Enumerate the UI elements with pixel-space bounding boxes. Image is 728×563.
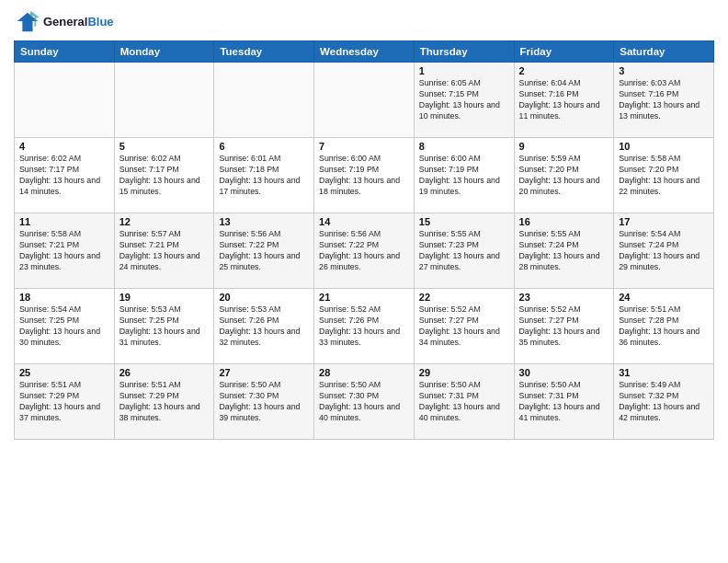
cell-info: Sunrise: 6:02 AM Sunset: 7:17 PM Dayligh… — [119, 154, 210, 198]
day-number: 7 — [319, 141, 409, 152]
day-number: 6 — [219, 141, 309, 152]
calendar-cell — [214, 63, 314, 138]
day-number: 11 — [19, 216, 109, 227]
cell-info: Sunrise: 5:52 AM Sunset: 7:27 PM Dayligh… — [519, 304, 609, 349]
week-row-2: 4Sunrise: 6:02 AM Sunset: 7:17 PM Daylig… — [15, 138, 714, 213]
logo-icon — [14, 9, 40, 35]
day-number: 1 — [419, 65, 509, 76]
calendar-cell: 11Sunrise: 5:58 AM Sunset: 7:21 PM Dayli… — [15, 213, 115, 289]
calendar-cell: 21Sunrise: 5:52 AM Sunset: 7:26 PM Dayli… — [314, 289, 415, 364]
day-number: 14 — [319, 216, 409, 227]
calendar-cell: 8Sunrise: 6:00 AM Sunset: 7:19 PM Daylig… — [414, 138, 514, 213]
day-number: 27 — [219, 367, 309, 378]
week-row-4: 18Sunrise: 5:54 AM Sunset: 7:25 PM Dayli… — [15, 289, 714, 364]
logo-text: GeneralBlue — [43, 15, 114, 29]
calendar-cell: 25Sunrise: 5:51 AM Sunset: 7:29 PM Dayli… — [15, 364, 115, 440]
day-number: 19 — [119, 292, 210, 303]
calendar-cell: 24Sunrise: 5:51 AM Sunset: 7:28 PM Dayli… — [614, 289, 714, 364]
calendar-cell: 4Sunrise: 6:02 AM Sunset: 7:17 PM Daylig… — [15, 138, 115, 213]
day-number: 2 — [519, 65, 609, 76]
day-number: 12 — [119, 216, 210, 227]
calendar-cell: 7Sunrise: 6:00 AM Sunset: 7:19 PM Daylig… — [314, 138, 415, 213]
calendar-cell: 13Sunrise: 5:56 AM Sunset: 7:22 PM Dayli… — [214, 213, 314, 289]
day-number: 8 — [419, 141, 509, 152]
day-number: 20 — [219, 292, 309, 303]
day-number: 4 — [19, 141, 109, 152]
day-number: 13 — [219, 216, 309, 227]
cell-info: Sunrise: 5:51 AM Sunset: 7:29 PM Dayligh… — [19, 380, 109, 424]
day-number: 29 — [419, 367, 509, 378]
calendar-cell: 28Sunrise: 5:50 AM Sunset: 7:30 PM Dayli… — [314, 364, 415, 440]
day-number: 3 — [619, 65, 709, 76]
calendar-cell: 6Sunrise: 6:01 AM Sunset: 7:18 PM Daylig… — [214, 138, 314, 213]
calendar-cell: 29Sunrise: 5:50 AM Sunset: 7:31 PM Dayli… — [414, 364, 514, 440]
calendar-cell: 27Sunrise: 5:50 AM Sunset: 7:30 PM Dayli… — [214, 364, 314, 440]
calendar-cell — [314, 63, 415, 138]
calendar-cell: 23Sunrise: 5:52 AM Sunset: 7:27 PM Dayli… — [514, 289, 614, 364]
cell-info: Sunrise: 5:56 AM Sunset: 7:22 PM Dayligh… — [219, 229, 309, 273]
weekday-header-row: SundayMondayTuesdayWednesdayThursdayFrid… — [15, 41, 714, 63]
weekday-thursday: Thursday — [414, 41, 514, 63]
calendar-cell: 10Sunrise: 5:58 AM Sunset: 7:20 PM Dayli… — [614, 138, 714, 213]
cell-info: Sunrise: 5:52 AM Sunset: 7:27 PM Dayligh… — [419, 304, 509, 349]
cell-info: Sunrise: 5:57 AM Sunset: 7:21 PM Dayligh… — [119, 229, 210, 273]
day-number: 26 — [119, 367, 210, 378]
weekday-saturday: Saturday — [614, 41, 714, 63]
day-number: 10 — [619, 141, 709, 152]
cell-info: Sunrise: 5:59 AM Sunset: 7:20 PM Dayligh… — [519, 154, 609, 198]
cell-info: Sunrise: 5:51 AM Sunset: 7:28 PM Dayligh… — [619, 304, 709, 349]
cell-info: Sunrise: 5:58 AM Sunset: 7:20 PM Dayligh… — [619, 154, 709, 198]
week-row-5: 25Sunrise: 5:51 AM Sunset: 7:29 PM Dayli… — [15, 364, 714, 440]
calendar-cell: 20Sunrise: 5:53 AM Sunset: 7:26 PM Dayli… — [214, 289, 314, 364]
day-number: 24 — [619, 292, 709, 303]
cell-info: Sunrise: 6:00 AM Sunset: 7:19 PM Dayligh… — [319, 154, 409, 198]
day-number: 5 — [119, 141, 210, 152]
calendar-cell: 17Sunrise: 5:54 AM Sunset: 7:24 PM Dayli… — [614, 213, 714, 289]
header: GeneralBlue — [14, 9, 714, 35]
calendar-cell: 22Sunrise: 5:52 AM Sunset: 7:27 PM Dayli… — [414, 289, 514, 364]
calendar-cell: 26Sunrise: 5:51 AM Sunset: 7:29 PM Dayli… — [114, 364, 214, 440]
day-number: 25 — [19, 367, 109, 378]
weekday-tuesday: Tuesday — [214, 41, 314, 63]
cell-info: Sunrise: 5:54 AM Sunset: 7:24 PM Dayligh… — [619, 229, 709, 273]
cell-info: Sunrise: 5:53 AM Sunset: 7:25 PM Dayligh… — [119, 304, 210, 349]
calendar-cell: 15Sunrise: 5:55 AM Sunset: 7:23 PM Dayli… — [414, 213, 514, 289]
cell-info: Sunrise: 6:04 AM Sunset: 7:16 PM Dayligh… — [519, 78, 609, 122]
week-row-1: 1Sunrise: 6:05 AM Sunset: 7:15 PM Daylig… — [15, 63, 714, 138]
day-number: 17 — [619, 216, 709, 227]
cell-info: Sunrise: 5:53 AM Sunset: 7:26 PM Dayligh… — [219, 304, 309, 349]
calendar-table: SundayMondayTuesdayWednesdayThursdayFrid… — [14, 40, 714, 440]
calendar-cell: 14Sunrise: 5:56 AM Sunset: 7:22 PM Dayli… — [314, 213, 415, 289]
cell-info: Sunrise: 5:50 AM Sunset: 7:31 PM Dayligh… — [519, 380, 609, 424]
calendar-cell: 12Sunrise: 5:57 AM Sunset: 7:21 PM Dayli… — [114, 213, 214, 289]
cell-info: Sunrise: 5:55 AM Sunset: 7:23 PM Dayligh… — [419, 229, 509, 273]
day-number: 15 — [419, 216, 509, 227]
cell-info: Sunrise: 5:50 AM Sunset: 7:30 PM Dayligh… — [319, 380, 409, 424]
day-number: 23 — [519, 292, 609, 303]
weekday-wednesday: Wednesday — [314, 41, 415, 63]
calendar-cell: 9Sunrise: 5:59 AM Sunset: 7:20 PM Daylig… — [514, 138, 614, 213]
cell-info: Sunrise: 5:58 AM Sunset: 7:21 PM Dayligh… — [19, 229, 109, 273]
calendar-cell: 3Sunrise: 6:03 AM Sunset: 7:16 PM Daylig… — [614, 63, 714, 138]
cell-info: Sunrise: 5:50 AM Sunset: 7:30 PM Dayligh… — [219, 380, 309, 424]
calendar-cell — [114, 63, 214, 138]
calendar-cell: 16Sunrise: 5:55 AM Sunset: 7:24 PM Dayli… — [514, 213, 614, 289]
cell-info: Sunrise: 6:01 AM Sunset: 7:18 PM Dayligh… — [219, 154, 309, 198]
day-number: 28 — [319, 367, 409, 378]
cell-info: Sunrise: 5:55 AM Sunset: 7:24 PM Dayligh… — [519, 229, 609, 273]
day-number: 31 — [619, 367, 709, 378]
cell-info: Sunrise: 5:52 AM Sunset: 7:26 PM Dayligh… — [319, 304, 409, 349]
cell-info: Sunrise: 5:49 AM Sunset: 7:32 PM Dayligh… — [619, 380, 709, 424]
weekday-sunday: Sunday — [15, 41, 115, 63]
cell-info: Sunrise: 6:05 AM Sunset: 7:15 PM Dayligh… — [419, 78, 509, 122]
day-number: 18 — [19, 292, 109, 303]
day-number: 30 — [519, 367, 609, 378]
calendar-page: GeneralBlue SundayMondayTuesdayWednesday… — [0, 0, 728, 563]
cell-info: Sunrise: 6:00 AM Sunset: 7:19 PM Dayligh… — [419, 154, 509, 198]
calendar-cell: 18Sunrise: 5:54 AM Sunset: 7:25 PM Dayli… — [15, 289, 115, 364]
day-number: 16 — [519, 216, 609, 227]
calendar-cell: 1Sunrise: 6:05 AM Sunset: 7:15 PM Daylig… — [414, 63, 514, 138]
cell-info: Sunrise: 5:54 AM Sunset: 7:25 PM Dayligh… — [19, 304, 109, 349]
calendar-cell: 5Sunrise: 6:02 AM Sunset: 7:17 PM Daylig… — [114, 138, 214, 213]
weekday-friday: Friday — [514, 41, 614, 63]
